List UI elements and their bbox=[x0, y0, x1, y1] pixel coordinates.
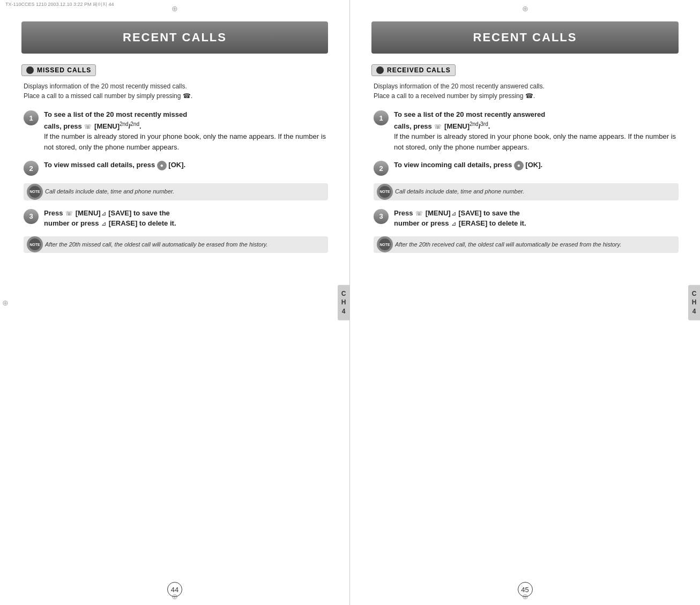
page-container: TX-110CCES 1210 2003.12.10 3:22 PM 페이지 4… bbox=[0, 0, 700, 605]
right-step-3-text: Press ☏ [MENU]⊿ [SAVE] to save the numbe… bbox=[394, 208, 526, 229]
left-note-1-text: Call details include date, time and phon… bbox=[45, 188, 174, 196]
right-page-number: 45 bbox=[518, 582, 533, 597]
step-3-text: Press ☏ [MENU]⊿ [SAVE] to save the numbe… bbox=[44, 208, 176, 229]
left-step-3: 3 Press ☏ [MENU]⊿ [SAVE] to save the num… bbox=[24, 208, 328, 229]
left-step-2: 2 To view missed call details, press ● [… bbox=[24, 160, 328, 176]
received-calls-badge: RECEIVED CALLS bbox=[371, 64, 456, 76]
right-ch-tab: CH4 bbox=[688, 285, 700, 320]
note-icon-inner-1: NOTE bbox=[29, 186, 41, 198]
right-header-title: RECENT CALLS bbox=[473, 31, 577, 44]
left-note-2: NOTE After the 20th missed call, the old… bbox=[24, 236, 328, 253]
right-step-3: 3 Press ☏ [MENU]⊿ [SAVE] to save the num… bbox=[374, 208, 679, 229]
right-note-2: NOTE After the 20th received call, the o… bbox=[374, 236, 679, 253]
right-content: RECENT CALLS RECEIVED CALLS Displays inf… bbox=[355, 21, 695, 253]
crosshair-left: ⊕ bbox=[2, 298, 9, 307]
right-note-1-text: Call details include date, time and phon… bbox=[395, 188, 524, 196]
right-desc-line2: Place a call to a received number by sim… bbox=[374, 92, 535, 100]
right-note-1: NOTE Call details include date, time and… bbox=[374, 183, 679, 200]
crosshair-top: ⊕ bbox=[172, 4, 178, 13]
left-note-1: NOTE Call details include date, time and… bbox=[24, 183, 328, 200]
received-badge-dot bbox=[376, 66, 384, 74]
right-desc-line1: Displays information of the 20 most rece… bbox=[374, 83, 545, 90]
right-step-1-text: To see a list of the 20 most recently an… bbox=[394, 109, 679, 152]
right-step-1: 1 To see a list of the 20 most recently … bbox=[374, 109, 679, 152]
right-header-bar: RECENT CALLS bbox=[371, 21, 679, 54]
missed-calls-badge: MISSED CALLS bbox=[21, 64, 96, 76]
right-note-icon-inner-2: NOTE bbox=[379, 238, 391, 250]
print-info: TX-110CCES 1210 2003.12.10 3:22 PM 페이지 4… bbox=[5, 1, 114, 8]
right-note-icon-2: NOTE bbox=[377, 236, 393, 252]
left-header-title: RECENT CALLS bbox=[123, 31, 227, 44]
right-step-circle-2: 2 bbox=[374, 161, 389, 176]
left-page-number: 44 bbox=[167, 582, 182, 597]
left-desc-line2: Place a call to a missed call number by … bbox=[24, 92, 192, 100]
right-note-icon-inner-1: NOTE bbox=[379, 186, 391, 198]
right-note-icon-1: NOTE bbox=[377, 184, 393, 200]
right-step-circle-1: 1 bbox=[374, 110, 389, 125]
right-step-2-text: To view incoming call details, press ● [… bbox=[394, 160, 542, 170]
note-icon-1: NOTE bbox=[27, 184, 43, 200]
note-icon-inner-2: NOTE bbox=[29, 238, 41, 250]
left-header-bar: RECENT CALLS bbox=[21, 21, 328, 54]
right-step-circle-3: 3 bbox=[374, 209, 389, 224]
crosshair-right-top: ⊕ bbox=[522, 4, 528, 13]
left-content: RECENT CALLS MISSED CALLS Displays infor… bbox=[5, 21, 344, 253]
left-note-2-text: After the 20th missed call, the oldest c… bbox=[45, 241, 268, 249]
left-description: Displays information of the 20 most rece… bbox=[24, 81, 328, 101]
right-description: Displays information of the 20 most rece… bbox=[374, 81, 679, 101]
step-circle-3: 3 bbox=[24, 209, 39, 224]
step-circle-2: 2 bbox=[24, 161, 39, 176]
badge-dot bbox=[26, 66, 34, 74]
missed-calls-label: MISSED CALLS bbox=[37, 66, 91, 74]
left-step-1: 1 To see a list of the 20 most recently … bbox=[24, 109, 328, 152]
right-note-2-text: After the 20th received call, the oldest… bbox=[395, 241, 621, 249]
right-step-2: 2 To view incoming call details, press ●… bbox=[374, 160, 679, 176]
step-1-text: To see a list of the 20 most recently mi… bbox=[44, 109, 328, 152]
note-icon-2: NOTE bbox=[27, 236, 43, 252]
step-2-text: To view missed call details, press ● [OK… bbox=[44, 160, 185, 170]
left-ch-tab: CH4 bbox=[338, 285, 349, 320]
right-page: ⊕ ⊕ ⊕ RECENT CALLS RECEIVED CALLS Displa… bbox=[350, 0, 700, 605]
received-calls-label: RECEIVED CALLS bbox=[387, 66, 451, 74]
left-desc-line1: Displays information of the 20 most rece… bbox=[24, 83, 187, 90]
step-circle-1: 1 bbox=[24, 110, 39, 125]
left-page: TX-110CCES 1210 2003.12.10 3:22 PM 페이지 4… bbox=[0, 0, 350, 605]
